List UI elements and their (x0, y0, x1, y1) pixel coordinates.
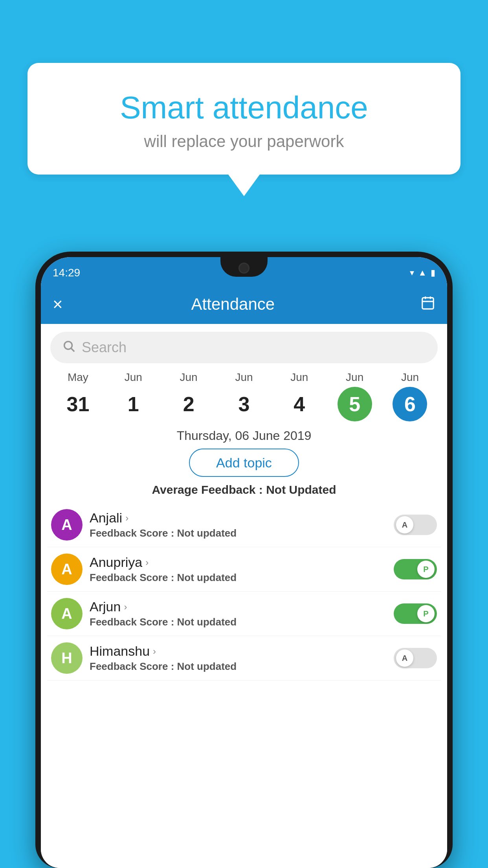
bubble-title: Smart attendance (51, 90, 437, 125)
phone-notch (220, 257, 268, 277)
chevron-right-icon: › (125, 513, 128, 524)
student-feedback: Feedback Score : Not updated (90, 572, 387, 584)
student-info: Himanshu › Feedback Score : Not updated (90, 644, 387, 673)
status-icons: ▾ ▲ ▮ (410, 264, 435, 278)
chevron-right-icon: › (124, 601, 127, 612)
attendance-toggle[interactable]: A (394, 515, 437, 535)
list-item[interactable]: A Anupriya › Feedback Score : Not update… (47, 547, 441, 592)
avatar: A (51, 554, 83, 585)
cal-day-2[interactable]: Jun 2 (167, 371, 210, 421)
cal-day-3[interactable]: Jun 3 (222, 371, 266, 421)
cal-day-5[interactable]: Jun 5 (333, 371, 376, 421)
avg-feedback-label: Average Feedback : (152, 483, 262, 496)
student-name: Anjali › (90, 510, 387, 526)
close-button[interactable]: × (53, 294, 63, 314)
student-name: Himanshu › (90, 644, 387, 659)
cal-day-1[interactable]: Jun 1 (112, 371, 155, 421)
cal-month-0: May (68, 371, 88, 384)
cal-date-3: 3 (227, 387, 261, 421)
add-topic-button[interactable]: Add topic (189, 449, 299, 477)
app-bar: × Attendance (41, 285, 447, 324)
avg-feedback-value: Not Updated (266, 483, 336, 496)
signal-icon: ▲ (418, 268, 427, 278)
cal-month-5: Jun (346, 371, 363, 384)
cal-month-3: Jun (235, 371, 253, 384)
search-placeholder: Search (82, 339, 127, 356)
status-time: 14:29 (53, 263, 80, 279)
battery-icon: ▮ (431, 268, 435, 278)
toggle-knob: P (417, 605, 435, 622)
svg-rect-0 (422, 298, 434, 309)
bubble-subtitle: will replace your paperwork (51, 132, 437, 151)
cal-day-4[interactable]: Jun 4 (278, 371, 321, 421)
list-item[interactable]: A Arjun › Feedback Score : Not updated P (47, 592, 441, 636)
calendar-icon[interactable] (420, 295, 435, 314)
student-name: Anupriya › (90, 555, 387, 570)
student-info: Anupriya › Feedback Score : Not updated (90, 555, 387, 584)
avatar: A (51, 509, 83, 541)
avg-feedback: Average Feedback : Not Updated (41, 483, 447, 497)
wifi-icon: ▾ (410, 268, 414, 278)
cal-date-2: 2 (171, 387, 206, 421)
front-camera (238, 263, 250, 274)
student-feedback: Feedback Score : Not updated (90, 616, 387, 628)
chevron-right-icon: › (153, 646, 156, 657)
toggle-knob: A (396, 516, 413, 533)
cal-month-2: Jun (180, 371, 198, 384)
student-info: Anjali › Feedback Score : Not updated (90, 510, 387, 539)
speech-bubble-tail (228, 175, 260, 196)
student-name: Arjun › (90, 599, 387, 614)
toggle-knob: P (417, 561, 435, 578)
speech-bubble: Smart attendance will replace your paper… (28, 63, 460, 175)
cal-date-6: 6 (393, 387, 427, 421)
selected-date: Thursday, 06 June 2019 (41, 428, 447, 443)
app-bar-title: Attendance (63, 295, 403, 314)
chevron-right-icon: › (145, 557, 149, 568)
list-item[interactable]: A Anjali › Feedback Score : Not updated … (47, 503, 441, 547)
search-icon (62, 339, 75, 356)
calendar-strip: May 31 Jun 1 Jun 2 Jun 3 Jun 4 (41, 367, 447, 421)
avatar: H (51, 642, 83, 674)
cal-month-6: Jun (401, 371, 419, 384)
phone-inner: 14:29 ▾ ▲ ▮ × Attendance Search (41, 257, 447, 868)
phone-frame: 14:29 ▾ ▲ ▮ × Attendance Search (35, 252, 453, 868)
svg-point-4 (64, 342, 72, 349)
speech-bubble-container: Smart attendance will replace your paper… (28, 63, 460, 196)
avatar: A (51, 598, 83, 629)
cal-date-5: 5 (338, 387, 372, 421)
student-info: Arjun › Feedback Score : Not updated (90, 599, 387, 628)
content-area: Search May 31 Jun 1 Jun 2 Jun 3 (41, 324, 447, 868)
attendance-toggle[interactable]: A (394, 648, 437, 668)
attendance-toggle[interactable]: P (394, 603, 437, 624)
cal-month-1: Jun (125, 371, 142, 384)
cal-day-6[interactable]: Jun 6 (388, 371, 431, 421)
cal-date-1: 1 (116, 387, 150, 421)
search-bar[interactable]: Search (50, 332, 438, 363)
cal-date-4: 4 (282, 387, 317, 421)
student-feedback: Feedback Score : Not updated (90, 660, 387, 673)
student-feedback: Feedback Score : Not updated (90, 527, 387, 539)
cal-day-0[interactable]: May 31 (56, 371, 99, 421)
toggle-knob: A (396, 649, 413, 667)
cal-month-4: Jun (290, 371, 308, 384)
attendance-toggle[interactable]: P (394, 559, 437, 579)
student-list: A Anjali › Feedback Score : Not updated … (41, 503, 447, 680)
svg-line-5 (71, 348, 74, 351)
list-item[interactable]: H Himanshu › Feedback Score : Not update… (47, 636, 441, 680)
cal-date-0: 31 (61, 387, 95, 421)
